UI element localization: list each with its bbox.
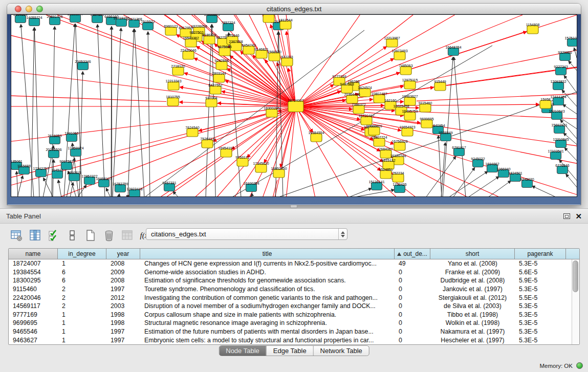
graph-node[interactable]: 16543382 bbox=[183, 36, 199, 47]
graph-node[interactable]: 22420046 bbox=[180, 49, 196, 59]
graph-node[interactable]: 17342757 bbox=[33, 167, 49, 177]
graph-node[interactable]: 18495759 bbox=[402, 110, 418, 120]
graph-node[interactable]: 12210645 bbox=[553, 138, 569, 148]
graph-node[interactable]: 16100254 bbox=[243, 182, 259, 192]
graph-node[interactable]: 12093832 bbox=[550, 80, 566, 90]
graph-node[interactable]: 20691406 bbox=[47, 15, 62, 25]
graph-node[interactable]: 15958 bbox=[540, 98, 551, 108]
graph-node[interactable]: 19463627 bbox=[402, 95, 418, 105]
delete-table-button[interactable] bbox=[101, 228, 117, 243]
column-header-name[interactable]: name bbox=[9, 249, 58, 259]
graph-node[interactable]: 7857224 bbox=[221, 21, 235, 31]
graph-node[interactable]: 9699695 bbox=[420, 117, 433, 128]
import-table-button-disabled[interactable] bbox=[120, 228, 135, 243]
graph-node[interactable]: 9245022 bbox=[471, 157, 485, 167]
graph-node[interactable]: 8186328 bbox=[202, 33, 216, 44]
column-header-out_de[interactable]: out_de... bbox=[395, 249, 430, 259]
graph-node[interactable]: 9524851 bbox=[379, 168, 393, 179]
graph-node[interactable]: 10653247 bbox=[67, 15, 83, 23]
graph-node[interactable]: 16756928 bbox=[391, 140, 407, 150]
column-header-in_degree[interactable]: in_degree bbox=[58, 249, 106, 259]
zoom-window-button[interactable] bbox=[36, 6, 43, 12]
table-row[interactable]: 2242004622012Investigating the contribut… bbox=[9, 293, 572, 302]
graph-node[interactable]: 12975115 bbox=[402, 78, 418, 89]
graph-node[interactable]: 114519 bbox=[52, 168, 63, 179]
graph-node[interactable]: 16210643 bbox=[549, 110, 564, 120]
graph-node[interactable]: 20206536 bbox=[46, 148, 61, 158]
graph-node[interactable]: 14671368 bbox=[126, 17, 142, 28]
scrollbar-thumb[interactable] bbox=[573, 260, 578, 292]
graph-node[interactable]: 18807724 bbox=[371, 136, 387, 146]
row-height-button[interactable] bbox=[64, 228, 80, 243]
graph-node[interactable]: 2616059 bbox=[48, 134, 61, 144]
graph-node[interactable]: 6776546 bbox=[555, 164, 569, 174]
show-columns-button[interactable] bbox=[28, 228, 43, 243]
column-header-year[interactable]: year bbox=[106, 249, 140, 259]
graph-node[interactable]: 1115688 bbox=[17, 164, 31, 174]
minimize-window-button[interactable] bbox=[26, 6, 32, 12]
graph-node[interactable]: 17957222 bbox=[81, 174, 97, 185]
graph-node[interactable]: 6791917 bbox=[452, 146, 466, 156]
graph-node[interactable]: 15751074 bbox=[564, 36, 577, 47]
graph-node[interactable]: 252234 bbox=[392, 171, 404, 182]
float-panel-icon[interactable] bbox=[563, 213, 570, 219]
graph-node[interactable]: 14055724 bbox=[26, 16, 42, 26]
graph-node[interactable]: 17345620 bbox=[253, 162, 269, 172]
graph-node[interactable]: 7485063 bbox=[399, 64, 412, 75]
graph-node[interactable]: 2803144 bbox=[212, 72, 226, 82]
graph-node[interactable]: 16954197 bbox=[218, 146, 234, 157]
graph-node[interactable]: 19384554 bbox=[308, 131, 324, 142]
graph-node[interactable]: 822203 bbox=[281, 55, 293, 66]
graph-node[interactable]: 9753171 bbox=[235, 156, 249, 166]
tab-network-table[interactable]: Network Table bbox=[314, 346, 369, 356]
graph-node[interactable]: 1154808 bbox=[526, 23, 540, 34]
graph-node[interactable]: 18652750 bbox=[271, 167, 287, 178]
graph-node[interactable]: 8454743 bbox=[242, 43, 255, 54]
graph-node[interactable]: 12923448 bbox=[126, 187, 142, 198]
tab-edge-table[interactable]: Edge Table bbox=[267, 346, 314, 356]
graph-node[interactable]: 12213343 bbox=[165, 79, 181, 90]
table-row[interactable]: 1938455462009Genome-wide association stu… bbox=[9, 268, 572, 277]
graph-node[interactable]: 9245020 bbox=[520, 178, 534, 188]
memory-status-indicator[interactable] bbox=[576, 362, 583, 369]
table-row[interactable]: 1872400712008Changes of HCN gene express… bbox=[9, 259, 572, 268]
graph-node[interactable]: 1810755 bbox=[166, 95, 180, 106]
table-row[interactable]: 1456911722003Disruption of a novel membe… bbox=[9, 302, 572, 311]
network-canvas[interactable]: 2604514140557242069140610653247152760264… bbox=[11, 14, 577, 197]
graph-node[interactable]: 9538849 bbox=[439, 131, 452, 141]
window-titlebar[interactable]: citations_edges.txt bbox=[7, 4, 581, 14]
graph-node[interactable]: 8960123 bbox=[164, 25, 178, 35]
close-window-button[interactable] bbox=[15, 6, 21, 12]
table-settings-button[interactable] bbox=[9, 228, 25, 243]
graph-node[interactable]: 9227343 bbox=[554, 65, 568, 75]
select-rows-button[interactable] bbox=[46, 228, 61, 243]
graph-node[interactable]: 10973493 bbox=[391, 49, 407, 60]
graph-node[interactable]: 15692931 bbox=[551, 123, 567, 134]
graph-node[interactable]: 10688609 bbox=[366, 124, 382, 135]
graph-node[interactable]: 20364486 bbox=[344, 93, 360, 103]
graph-node[interactable]: 1991066 bbox=[64, 132, 78, 142]
graph-node[interactable]: 17103541 bbox=[548, 149, 563, 160]
graph-node[interactable]: 9242848 bbox=[214, 59, 228, 70]
graph-node[interactable]: 16648784 bbox=[445, 46, 461, 56]
graph-node[interactable]: 2604514 bbox=[13, 15, 27, 23]
graph-node[interactable]: 9497568 bbox=[340, 82, 354, 93]
panel-splitter-handle[interactable] bbox=[290, 205, 297, 208]
graph-node[interactable]: 9146821 bbox=[254, 48, 268, 58]
graph-node[interactable]: 12213987 bbox=[384, 36, 400, 47]
column-header-pagerank[interactable]: pagerank bbox=[515, 249, 566, 259]
graph-node[interactable]: 1733426 bbox=[393, 183, 406, 193]
graph-node[interactable]: 7386372 bbox=[352, 103, 365, 114]
graph-node[interactable]: 1812544 bbox=[278, 18, 292, 29]
graph-node[interactable]: 1568520 bbox=[267, 50, 281, 61]
column-header-short[interactable]: short bbox=[430, 249, 515, 259]
graph-node[interactable]: 917004 bbox=[205, 96, 217, 107]
graph-node[interactable]: 16782759 bbox=[112, 182, 128, 192]
graph-node[interactable]: 7515522 bbox=[141, 20, 155, 30]
graph-node[interactable]: 2718120 bbox=[171, 64, 185, 75]
table-row[interactable]: 946554611997Estimation of the future num… bbox=[9, 327, 572, 336]
table-row[interactable]: 969969511998Structural magnetic resonanc… bbox=[9, 319, 572, 327]
table-row[interactable]: 911546021997Tourette syndrome. Phenomeno… bbox=[9, 285, 572, 294]
graph-node[interactable]: 7624540 bbox=[185, 126, 199, 137]
graph-node[interactable]: 18300295 bbox=[264, 106, 279, 117]
